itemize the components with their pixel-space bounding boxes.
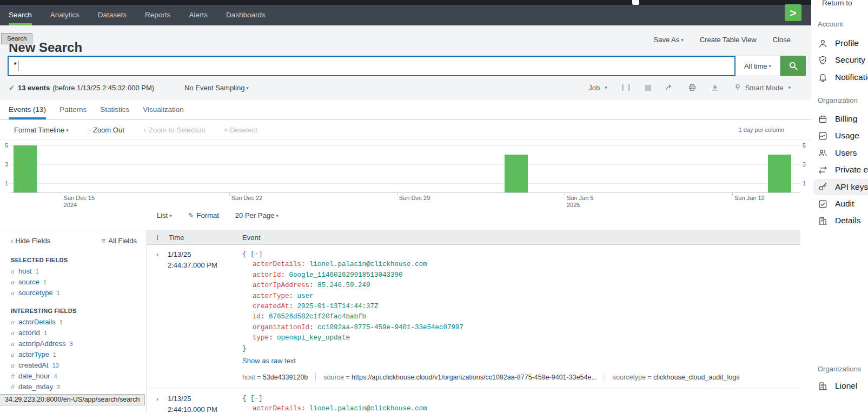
json-key[interactable]: actorIpAddress — [253, 282, 309, 289]
menu-item-private-endpoints[interactable]: Private endpoints — [813, 162, 868, 178]
search-mode-dropdown[interactable]: Smart Mode▾ — [733, 83, 791, 92]
json-value[interactable]: cc1092aa-8775-459e-9401-33e54ec07997 — [317, 324, 463, 331]
meta-field-source[interactable]: source = https://api.clickhouse.cloud/v1… — [315, 372, 605, 383]
save-as-button[interactable]: Save As▾ — [653, 36, 683, 44]
json-key[interactable]: id — [253, 313, 261, 321]
json-key[interactable]: organizationId — [253, 324, 309, 331]
json-value[interactable]: 678526d582c1f20fac4babfb — [269, 313, 366, 321]
timeline-bar[interactable] — [14, 145, 37, 193]
json-collapse-link[interactable]: [-] — [250, 395, 263, 402]
time-range-picker[interactable]: All time▾ — [736, 56, 780, 76]
field-item-host[interactable]: ahost1 — [11, 267, 147, 274]
json-key[interactable]: actorId — [253, 271, 281, 279]
field-item-actordetails[interactable]: aactorDetails1 — [11, 318, 147, 325]
caret-down-icon: ▾ — [169, 213, 172, 218]
job-menu[interactable]: Job▾ — [588, 84, 607, 92]
close-button[interactable]: Close — [773, 36, 791, 44]
menu-item-usage[interactable]: Usage — [813, 128, 868, 144]
event-time-cell[interactable]: 1/13/252:44:10.000 PM — [168, 394, 235, 413]
menu-item-notifications[interactable]: Notifications — [813, 69, 868, 85]
key-icon — [818, 182, 828, 192]
field-item-sourcetype[interactable]: asourcetype1 — [11, 289, 147, 296]
zoom-out-button[interactable]: − Zoom Out — [87, 126, 124, 134]
search-input[interactable]: * — [8, 56, 736, 76]
tab-statistics[interactable]: Statistics — [100, 100, 129, 119]
json-field-line: createdAt: 2025-01-13T14:44:37Z — [242, 302, 800, 312]
field-item-source[interactable]: asource1 — [11, 278, 147, 285]
json-value[interactable]: 2025-01-13T14:44:37Z — [297, 303, 379, 310]
splunk-logo[interactable]: > — [785, 4, 801, 21]
expand-row-button[interactable]: › — [147, 394, 168, 413]
menu-item-profile[interactable]: Profile — [813, 35, 868, 51]
menu-item-billing[interactable]: Billing — [813, 111, 868, 127]
json-key[interactable]: type — [253, 334, 269, 342]
print-button[interactable] — [688, 83, 697, 92]
json-key[interactable]: actorType — [253, 292, 289, 300]
events-table: i Time Event ›1/13/252:44:37.000 PM{ [-]… — [147, 230, 800, 413]
menu-item-security[interactable]: Security — [813, 52, 868, 68]
json-value[interactable]: Google_114602629918513043390 — [289, 271, 403, 279]
field-name: actorId — [18, 329, 40, 337]
json-value[interactable]: openapi_key_update — [277, 334, 350, 342]
meta-field-sourcetype[interactable]: sourcetype = clickhouse_cloud_audit_logs — [605, 372, 747, 383]
json-key[interactable]: actorDetails — [253, 405, 301, 412]
timeline-bar[interactable] — [505, 155, 528, 192]
hide-fields-button[interactable]: ‹Hide Fields — [11, 237, 50, 245]
event-row: ›1/13/252:44:10.000 PM{ [-]actorDetails:… — [147, 389, 800, 413]
expand-row-button[interactable]: › — [147, 249, 168, 389]
menu-item-audit[interactable]: Audit — [813, 196, 868, 212]
menu-item-details[interactable]: Details — [813, 212, 868, 229]
zoom-to-selection-button[interactable]: + Zoom to Selection — [143, 126, 206, 134]
nav-item-analytics[interactable]: Analytics — [50, 5, 79, 25]
nav-item-search[interactable]: Search — [9, 5, 32, 25]
event-sampling-dropdown[interactable]: No Event Sampling▾ — [184, 84, 249, 92]
json-collapse-link[interactable]: [-] — [250, 250, 263, 258]
event-time-cell[interactable]: 1/13/252:44:37.000 PM — [168, 249, 235, 389]
field-item-createdat[interactable]: acreatedAt13 — [11, 361, 147, 368]
menu-item-users[interactable]: Users — [813, 145, 868, 161]
json-value[interactable]: user — [297, 292, 314, 300]
timeline-bar[interactable] — [768, 155, 791, 192]
all-fields-button[interactable]: ≡All Fields — [102, 237, 137, 245]
json-value[interactable]: lionel.palacin@clickhouse.com — [309, 405, 427, 412]
meta-field-host[interactable]: host = 53de4339120b — [242, 372, 315, 383]
menu-item-lionel[interactable]: Lionel — [813, 378, 868, 394]
json-value[interactable]: 85.246.59.249 — [317, 282, 370, 289]
nav-item-alerts[interactable]: Alerts — [189, 5, 208, 25]
json-value[interactable]: lionel.palacin@clickhouse.com — [309, 261, 427, 268]
caret-down-icon: ▾ — [246, 85, 249, 91]
field-item-actorid[interactable]: aactorId1 — [11, 329, 147, 336]
nav-item-dashboards[interactable]: Dashboards — [226, 5, 266, 25]
format-results-button[interactable]: ✎Format — [188, 211, 219, 219]
field-item-date-mday[interactable]: #date_mday2 — [11, 383, 147, 390]
tab-events-13[interactable]: Events (13) — [9, 100, 46, 119]
json-key[interactable]: actorDetails — [253, 261, 301, 268]
stop-button[interactable] — [645, 85, 651, 91]
pause-button[interactable] — [621, 84, 631, 91]
menu-item-api-keys[interactable]: API keys — [813, 179, 868, 195]
col-header-time[interactable]: Time — [168, 234, 235, 242]
show-raw-text-link[interactable]: Show as raw text — [242, 356, 800, 366]
tab-patterns[interactable]: Patterns — [59, 100, 87, 119]
format-timeline-dropdown[interactable]: Format Timeline▾ — [14, 126, 69, 134]
tab-visualization[interactable]: Visualization — [143, 100, 184, 119]
export-button[interactable] — [711, 83, 719, 92]
create-table-view-button[interactable]: Create Table View — [700, 36, 757, 44]
x-axis-tick — [62, 192, 62, 196]
search-button[interactable] — [780, 56, 806, 76]
menu-item-label: Users — [835, 148, 857, 158]
json-key[interactable]: createdAt — [253, 303, 289, 310]
field-item-actoripaddress[interactable]: aactorIpAddress3 — [11, 339, 147, 347]
interesting-fields-list: aactorDetails1aactorId1aactorIpAddress3a… — [11, 318, 147, 390]
list-view-dropdown[interactable]: List▾ — [157, 211, 172, 219]
share-button[interactable] — [665, 83, 674, 92]
nav-item-reports[interactable]: Reports — [145, 5, 170, 25]
field-item-date-hour[interactable]: #date_hour4 — [11, 372, 147, 379]
per-page-dropdown[interactable]: 20 Per Page▾ — [235, 211, 279, 219]
return-to-link[interactable]: Return to — [822, 0, 852, 7]
nav-item-datasets[interactable]: Datasets — [98, 5, 127, 25]
events-timeline-chart[interactable]: 113355Sun Dec 152024Sun Dec 22Sun Dec 29… — [0, 139, 817, 206]
field-name: actorIpAddress — [18, 339, 65, 348]
field-item-actortype[interactable]: aactorType1 — [11, 350, 147, 357]
deselect-button[interactable]: × Deselect — [224, 126, 257, 134]
